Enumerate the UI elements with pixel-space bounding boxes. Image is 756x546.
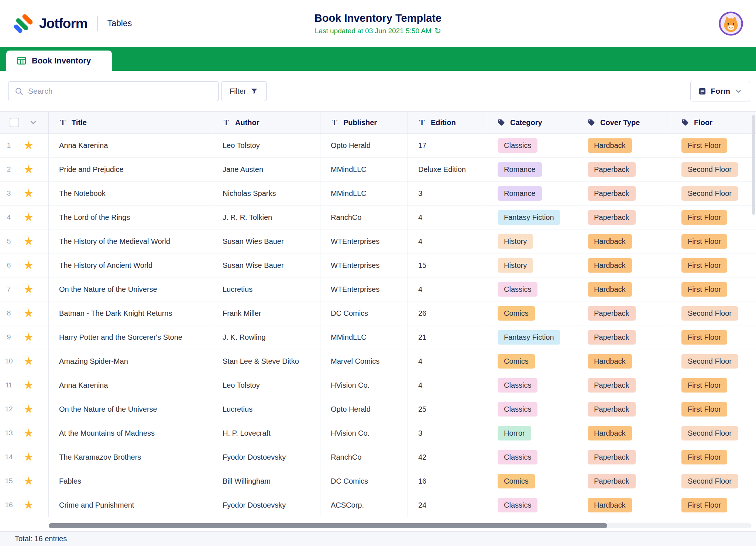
cell-category[interactable]: Fantasy Fiction	[487, 205, 577, 229]
cell-publisher[interactable]: WTEnterprises	[320, 277, 408, 301]
cell-publisher[interactable]: RanchCo	[320, 205, 408, 229]
column-header-edition[interactable]: TEdition	[408, 112, 487, 133]
favorite-star-icon[interactable]: ★	[24, 308, 34, 319]
cell-cover[interactable]: Paperback	[577, 158, 671, 181]
cell-author[interactable]: H. P. Lovecraft	[212, 421, 320, 445]
cell-publisher[interactable]: WTEnterprises	[320, 229, 408, 253]
cell-publisher[interactable]: DC Comics	[320, 469, 408, 493]
cell-author[interactable]: Frank Miller	[212, 301, 320, 325]
cell-category[interactable]: Classics	[487, 445, 577, 469]
cell-author[interactable]: Leo Tolstoy	[212, 134, 320, 157]
cell-edition[interactable]: 21	[408, 325, 487, 349]
cell-title[interactable]: Pride and Prejudice	[49, 158, 212, 181]
cell-category[interactable]: Fantasy Fiction	[487, 325, 577, 349]
favorite-star-icon[interactable]: ★	[24, 332, 34, 343]
cell-publisher[interactable]: MMindLLC	[320, 182, 408, 205]
cell-cover[interactable]: Hardback	[577, 229, 671, 253]
cell-edition[interactable]: 4	[408, 205, 487, 229]
cell-category[interactable]: Comics	[487, 301, 577, 325]
cell-title[interactable]: Harry Potter and the Sorcerer's Stone	[49, 325, 212, 349]
cell-cover[interactable]: Hardback	[577, 134, 671, 157]
cell-title[interactable]: At the Mountains of Madness	[49, 421, 212, 445]
cell-floor[interactable]: Second Floor	[671, 469, 756, 493]
favorite-star-icon[interactable]: ★	[24, 404, 34, 415]
user-avatar[interactable]	[718, 11, 743, 36]
cell-cover[interactable]: Paperback	[577, 205, 671, 229]
cell-title[interactable]: The Karamazov Brothers	[49, 445, 212, 469]
form-button[interactable]: Form	[690, 81, 750, 101]
cell-publisher[interactable]: MMindLLC	[320, 158, 408, 181]
cell-floor[interactable]: First Floor	[671, 373, 756, 397]
cell-cover[interactable]: Paperback	[577, 182, 671, 205]
cell-floor[interactable]: First Floor	[671, 253, 756, 277]
favorite-star-icon[interactable]: ★	[24, 356, 34, 367]
search-input[interactable]	[28, 87, 212, 96]
cell-title[interactable]: On the Nature of the Universe	[49, 397, 212, 421]
cell-floor[interactable]: Second Floor	[671, 158, 756, 181]
cell-publisher[interactable]: WTEnterprises	[320, 253, 408, 277]
favorite-star-icon[interactable]: ★	[24, 500, 34, 511]
cell-cover[interactable]: Paperback	[577, 445, 671, 469]
cell-author[interactable]: Lucretius	[212, 397, 320, 421]
cell-publisher[interactable]: Opto Herald	[320, 397, 408, 421]
cell-edition[interactable]: 24	[408, 493, 487, 517]
cell-title[interactable]: On the Nature of the Universe	[49, 277, 212, 301]
cell-edition[interactable]: 4	[408, 229, 487, 253]
cell-category[interactable]: Classics	[487, 493, 577, 517]
favorite-star-icon[interactable]: ★	[24, 452, 34, 463]
cell-floor[interactable]: Second Floor	[671, 182, 756, 205]
cell-author[interactable]: Fyodor Dostoevsky	[212, 493, 320, 517]
favorite-star-icon[interactable]: ★	[24, 164, 34, 175]
cell-author[interactable]: Susan Wies Bauer	[212, 229, 320, 253]
horizontal-scrollbar-thumb[interactable]	[49, 523, 607, 528]
cell-author[interactable]: Stan Lee & Steve Ditko	[212, 349, 320, 373]
cell-publisher[interactable]: MMindLLC	[320, 325, 408, 349]
cell-floor[interactable]: First Floor	[671, 229, 756, 253]
cell-author[interactable]: Leo Tolstoy	[212, 373, 320, 397]
cell-category[interactable]: History	[487, 253, 577, 277]
favorite-star-icon[interactable]: ★	[24, 260, 34, 271]
cell-edition[interactable]: 4	[408, 373, 487, 397]
cell-edition[interactable]: 4	[408, 277, 487, 301]
cell-cover[interactable]: Hardback	[577, 277, 671, 301]
cell-cover[interactable]: Hardback	[577, 421, 671, 445]
header-menu-chevron[interactable]	[29, 118, 38, 127]
favorite-star-icon[interactable]: ★	[24, 188, 34, 199]
cell-author[interactable]: Fyodor Dostoevsky	[212, 445, 320, 469]
cell-edition[interactable]: 17	[408, 134, 487, 157]
cell-author[interactable]: J. K. Rowling	[212, 325, 320, 349]
column-header-publisher[interactable]: TPublisher	[320, 112, 408, 133]
cell-publisher[interactable]: Marvel Comics	[320, 349, 408, 373]
cell-publisher[interactable]: ACSCorp.	[320, 493, 408, 517]
cell-title[interactable]: The Notebook	[49, 182, 212, 205]
favorite-star-icon[interactable]: ★	[24, 284, 34, 295]
cell-floor[interactable]: First Floor	[671, 445, 756, 469]
cell-category[interactable]: Classics	[487, 397, 577, 421]
column-header-category[interactable]: Category	[487, 112, 577, 133]
select-all-checkbox[interactable]	[10, 118, 19, 127]
favorite-star-icon[interactable]: ★	[24, 140, 34, 151]
cell-edition[interactable]: 42	[408, 445, 487, 469]
cell-edition[interactable]: 16	[408, 469, 487, 493]
cell-edition[interactable]: 3	[408, 182, 487, 205]
cell-title[interactable]: Fables	[49, 469, 212, 493]
cell-floor[interactable]: First Floor	[671, 277, 756, 301]
cell-author[interactable]: Nicholas Sparks	[212, 182, 320, 205]
cell-publisher[interactable]: HVision Co.	[320, 421, 408, 445]
cell-floor[interactable]: First Floor	[671, 397, 756, 421]
cell-category[interactable]: History	[487, 229, 577, 253]
cell-edition[interactable]: Deluxe Edition	[408, 158, 487, 181]
column-header-author[interactable]: TAuthor	[212, 112, 320, 133]
cell-floor[interactable]: First Floor	[671, 205, 756, 229]
cell-category[interactable]: Classics	[487, 134, 577, 157]
cell-edition[interactable]: 26	[408, 301, 487, 325]
refresh-icon[interactable]: ↻	[434, 27, 441, 35]
cell-title[interactable]: Batman - The Dark Knight Returns	[49, 301, 212, 325]
favorite-star-icon[interactable]: ★	[24, 236, 34, 247]
cell-title[interactable]: Anna Karenina	[49, 373, 212, 397]
cell-author[interactable]: J. R. R. Tolkien	[212, 205, 320, 229]
favorite-star-icon[interactable]: ★	[24, 212, 34, 223]
cell-floor[interactable]: Second Floor	[671, 301, 756, 325]
cell-title[interactable]: Anna Karenina	[49, 134, 212, 157]
cell-publisher[interactable]: DC Comics	[320, 301, 408, 325]
